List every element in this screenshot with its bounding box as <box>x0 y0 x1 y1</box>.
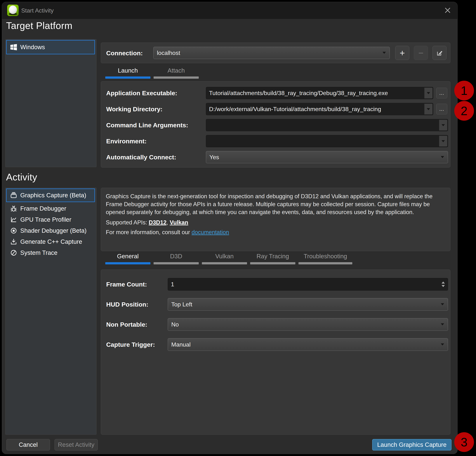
tab-ray-tracing[interactable]: Ray Tracing <box>250 252 295 264</box>
application-executable-combo[interactable]: Tutorial/attachments/build/38_ray_tracin… <box>206 87 433 99</box>
activity-list: Graphics Capture (Beta) Frame Debugger <box>5 188 96 435</box>
environment-combo[interactable] <box>206 135 448 147</box>
field-value: Tutorial/attachments/build/38_ray_tracin… <box>209 87 388 99</box>
activity-item-label: Generate C++ Capture <box>20 238 82 245</box>
field-label: HUD Position: <box>106 298 148 311</box>
tab-general[interactable]: General <box>105 252 150 264</box>
api-link-d3d12[interactable]: D3D12 <box>149 219 167 226</box>
tab-vulkan[interactable]: Vulkan <box>202 252 247 264</box>
title-bar: Start Activity <box>2 2 457 19</box>
spinner-arrows[interactable] <box>440 278 446 290</box>
annotation-step-1: 1 <box>454 81 474 100</box>
api-link-vulkan[interactable]: Vulkan <box>170 219 188 226</box>
field-value: No <box>171 318 179 331</box>
tab-attach[interactable]: Attach <box>153 66 199 79</box>
close-icon[interactable] <box>443 6 452 15</box>
download-icon <box>9 238 18 245</box>
supported-apis-line: Supported APIs: D3D12, Vulkan <box>106 219 445 226</box>
connection-select[interactable]: localhost <box>153 47 390 59</box>
connection-value: localhost <box>157 47 180 59</box>
field-label: Non Portable: <box>106 318 147 331</box>
browse-executable-button[interactable]: ... <box>436 88 447 98</box>
activity-item-label: System Trace <box>20 249 58 256</box>
description-text: Graphics Capture is the next-generation … <box>106 192 446 216</box>
tab-underline <box>250 262 295 264</box>
field-value: Yes <box>209 151 219 163</box>
chevron-down-icon <box>442 140 445 142</box>
chevron-down-icon <box>427 92 430 94</box>
field-value: Manual <box>171 339 191 351</box>
field-label: Application Executable: <box>106 87 177 99</box>
activity-item-system-trace[interactable]: System Trace <box>7 247 95 258</box>
tab-troubleshooting[interactable]: Troubleshooting <box>298 252 352 264</box>
activity-item-label: Shader Debugger (Beta) <box>20 227 87 234</box>
activity-item-label: Graphics Capture (Beta) <box>20 192 86 199</box>
command-line-arguments-combo[interactable] <box>206 119 448 131</box>
field-label: Command Line Arguments: <box>106 119 188 131</box>
launch-graphics-capture-button[interactable]: Launch Graphics Capture <box>372 439 451 450</box>
plus-icon: + <box>400 48 405 58</box>
platform-item-windows[interactable]: Windows <box>6 40 95 54</box>
activity-item-frame-debugger[interactable]: Frame Debugger <box>7 203 95 214</box>
capture-trigger-select[interactable]: Manual <box>168 338 448 351</box>
add-connection-button[interactable]: + <box>395 46 409 60</box>
tab-label: Vulkan <box>202 252 247 260</box>
connection-label: Connection: <box>106 50 143 57</box>
activity-item-generate-cpp-capture[interactable]: Generate C++ Capture <box>7 236 95 247</box>
edit-pencil-icon <box>436 49 443 57</box>
activity-item-graphics-capture[interactable]: Graphics Capture (Beta) <box>6 189 95 202</box>
tab-label: General <box>105 252 150 260</box>
combo-arrow-seg[interactable] <box>439 120 447 131</box>
general-params-group: Frame Count: 1 HUD Position: Top Left No… <box>101 270 450 435</box>
documentation-link[interactable]: documentation <box>192 229 229 235</box>
tab-underline <box>105 76 150 79</box>
activity-item-shader-debugger[interactable]: Shader Debugger (Beta) <box>7 225 95 236</box>
browse-directory-button[interactable]: ... <box>436 104 447 114</box>
chevron-down-icon <box>441 303 444 305</box>
frame-count-spinner[interactable]: 1 <box>168 278 448 290</box>
chevron-down-icon <box>427 108 430 110</box>
activity-item-label: GPU Trace Profiler <box>20 216 71 223</box>
capture-icon <box>9 192 18 199</box>
minus-icon: − <box>418 48 424 58</box>
tab-underline <box>105 262 150 264</box>
remove-connection-button[interactable]: − <box>414 46 428 60</box>
bug-icon <box>9 205 18 212</box>
tab-launch[interactable]: Launch <box>105 66 150 79</box>
tab-label: Attach <box>153 66 199 75</box>
edit-connection-button[interactable] <box>433 46 447 60</box>
system-trace-icon <box>9 249 18 256</box>
chevron-down-icon <box>441 323 444 325</box>
working-directory-combo[interactable]: D:/work/external/Vulkan-Tutorial/attachm… <box>206 103 433 115</box>
spinner-up-icon <box>442 282 445 283</box>
platform-item-label: Windows <box>20 44 45 51</box>
combo-arrow-seg[interactable] <box>424 104 433 114</box>
tab-label: Ray Tracing <box>250 252 295 260</box>
tab-underline <box>298 262 352 264</box>
launch-params-group: Application Executable: Tutorial/attachm… <box>101 81 450 167</box>
start-activity-dialog: Start Activity Target Platform <box>2 2 458 454</box>
annotation-step-2: 2 <box>454 101 474 121</box>
windows-logo-icon <box>9 43 18 51</box>
spinner-down-icon <box>442 285 445 287</box>
combo-arrow-seg[interactable] <box>424 88 433 98</box>
non-portable-select[interactable]: No <box>168 318 448 331</box>
more-info-text: For more information, consult our <box>106 229 190 235</box>
field-label: Working Directory: <box>106 103 162 115</box>
launch-attach-tabs: Launch Attach <box>105 66 199 79</box>
tab-underline <box>153 76 199 79</box>
combo-arrow-seg[interactable] <box>439 136 447 147</box>
field-value: Top Left <box>171 298 192 310</box>
tab-label: Launch <box>105 66 150 75</box>
activity-item-gpu-trace-profiler[interactable]: GPU Trace Profiler <box>7 214 95 225</box>
tab-label: Troubleshooting <box>298 252 352 260</box>
platform-list: Windows <box>5 39 96 167</box>
hud-position-select[interactable]: Top Left <box>168 298 448 311</box>
automatically-connect-select[interactable]: Yes <box>206 151 448 163</box>
more-info-line: For more information, consult our docume… <box>106 229 445 236</box>
annotation-step-3: 3 <box>454 432 474 452</box>
reset-activity-button[interactable]: Reset Activity <box>55 439 98 450</box>
tab-d3d[interactable]: D3D <box>153 252 199 264</box>
cancel-button[interactable]: Cancel <box>7 439 50 450</box>
shader-icon <box>9 227 18 234</box>
